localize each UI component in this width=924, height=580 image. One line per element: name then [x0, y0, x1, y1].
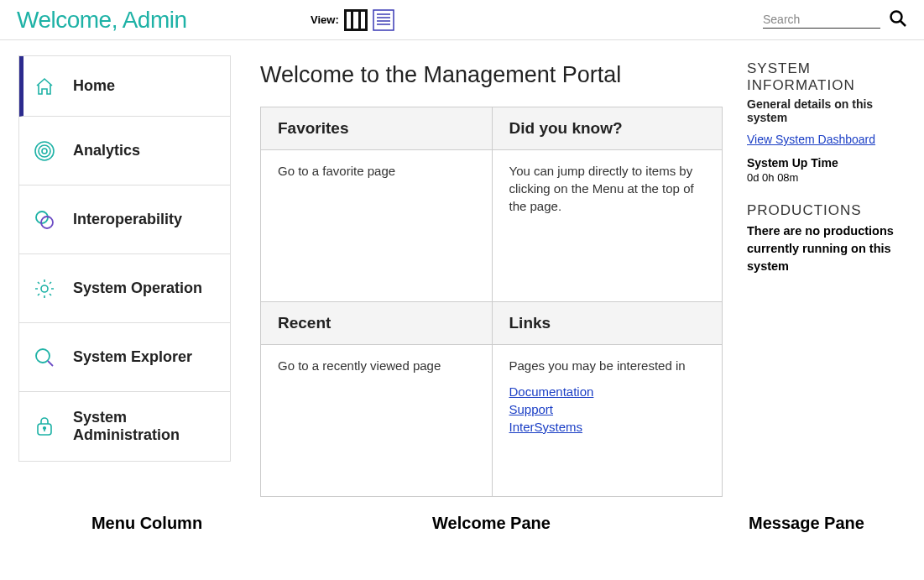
sidebar-item-label: Interoperability — [73, 211, 182, 228]
annotation-labels: Menu Column Welcome Pane Message Pane — [0, 514, 924, 533]
didyouknow-header: Did you know? — [493, 107, 723, 150]
info-grid-top: Favorites Go to a favorite page Did you … — [260, 107, 723, 302]
annotation-message-pane: Message Pane — [714, 514, 899, 533]
gear-icon — [33, 277, 56, 300]
system-info-title: SYSTEM INFORMATION — [747, 60, 914, 94]
system-info-subtitle: General details on this system — [747, 97, 914, 124]
welcome-greeting: Welcome, Admin — [17, 7, 311, 34]
uptime-label: System Up Time — [747, 156, 914, 170]
page-title: Welcome to the Management Portal — [260, 62, 723, 88]
svg-point-8 — [891, 11, 902, 22]
main-layout: Home Analytics Interoperability System O… — [0, 40, 924, 497]
svg-point-19 — [44, 427, 46, 430]
svg-point-15 — [41, 285, 48, 292]
sidebar-item-label: System Operation — [73, 280, 202, 297]
system-dashboard-link[interactable]: View System Dashboard — [747, 133, 914, 146]
uptime-value: 0d 0h 08m — [747, 171, 914, 184]
links-header: Links — [493, 302, 723, 345]
sidebar-item-label: Home — [73, 77, 115, 95]
sidebar-item-system-operation[interactable]: System Operation — [19, 254, 230, 323]
svg-point-11 — [39, 145, 50, 157]
link-intersystems[interactable]: InterSystems — [509, 418, 706, 436]
sidebar-item-label: Analytics — [73, 142, 140, 159]
columns-view-icon[interactable] — [344, 9, 368, 31]
menu-list: Home Analytics Interoperability System O… — [18, 55, 231, 462]
favorites-header: Favorites — [261, 107, 492, 150]
magnifier-icon — [33, 346, 56, 369]
search-area — [763, 9, 907, 31]
target-icon — [33, 139, 56, 163]
sidebar-item-analytics[interactable]: Analytics — [19, 117, 230, 185]
recent-header: Recent — [261, 302, 492, 345]
welcome-pane: Welcome to the Management Portal Favorit… — [231, 55, 744, 497]
recent-cell: Recent Go to a recently viewed page — [261, 302, 492, 496]
view-label: View: — [311, 13, 339, 26]
sidebar-item-label: System Explorer — [73, 348, 192, 366]
links-intro: Pages you may be interested in — [509, 357, 706, 374]
recent-body: Go to a recently viewed page — [261, 345, 492, 496]
sidebar-item-system-administration[interactable]: System Administration — [19, 392, 230, 461]
link-documentation[interactable]: Documentation — [509, 383, 706, 400]
svg-rect-0 — [345, 10, 366, 29]
sidebar-item-system-explorer[interactable]: System Explorer — [19, 323, 230, 392]
info-grid-bottom: Recent Go to a recently viewed page Link… — [260, 302, 723, 497]
sidebar-item-label: System Administration — [73, 409, 230, 444]
link-support[interactable]: Support — [509, 400, 706, 418]
svg-point-16 — [36, 349, 50, 363]
sidebar-item-interoperability[interactable]: Interoperability — [19, 185, 230, 254]
svg-line-9 — [901, 21, 906, 26]
favorites-body: Go to a favorite page — [261, 150, 492, 301]
lock-icon — [33, 415, 56, 438]
annotation-menu-column: Menu Column — [25, 514, 269, 533]
productions-body: There are no productions currently runni… — [747, 222, 914, 275]
home-icon — [33, 75, 56, 98]
links-body: Pages you may be interested in Documenta… — [493, 345, 723, 496]
favorites-cell: Favorites Go to a favorite page — [261, 107, 492, 301]
svg-line-17 — [48, 361, 53, 366]
didyouknow-body: You can jump directly to items by clicki… — [493, 150, 723, 301]
message-pane: SYSTEM INFORMATION General details on th… — [744, 55, 924, 497]
svg-rect-3 — [373, 10, 394, 30]
sidebar: Home Analytics Interoperability System O… — [0, 55, 231, 497]
search-input[interactable] — [763, 11, 880, 29]
sidebar-item-home[interactable]: Home — [19, 56, 230, 117]
svg-point-12 — [42, 149, 47, 154]
search-icon[interactable] — [889, 9, 907, 31]
link-icon — [33, 208, 56, 232]
didyouknow-cell: Did you know? You can jump directly to i… — [492, 107, 723, 301]
view-switcher: View: — [311, 9, 436, 31]
list-view-icon[interactable] — [373, 9, 394, 31]
annotation-welcome-pane: Welcome Pane — [269, 514, 714, 533]
productions-title: PRODUCTIONS — [747, 202, 914, 219]
header: Welcome, Admin View: — [0, 0, 924, 40]
links-cell: Links Pages you may be interested in Doc… — [492, 302, 723, 496]
